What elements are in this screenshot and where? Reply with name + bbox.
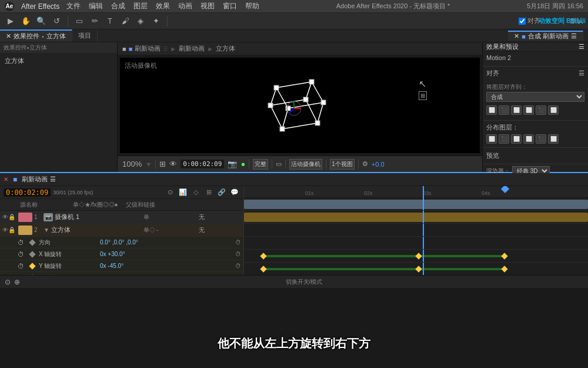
menu-view[interactable]: 视图 (201, 1, 215, 11)
menu-effects[interactable]: 效果 (156, 1, 170, 11)
status-btn2[interactable]: ⊕ (14, 278, 20, 286)
tl-prop-value-xrot[interactable]: 0x +30.0° (100, 251, 125, 257)
toolbar-puppet[interactable]: ✦ (150, 15, 162, 27)
tl-layer-camera[interactable]: 👁 🔒 1 📷 摄像机 1 单 无 (0, 211, 243, 224)
tl-col-headers: 源名称 单◇★/fx圈◎◎● 父级和链接 (0, 199, 243, 211)
tl-parent-cube[interactable]: 无 (196, 226, 243, 234)
tl-lock-cube[interactable]: 🔒 (8, 227, 16, 233)
menu-file[interactable]: 文件 (66, 1, 81, 11)
align-toggle[interactable]: 对齐 (519, 16, 540, 25)
tl-stopwatch-zrot[interactable]: ⏱ (235, 274, 241, 275)
toolbar-zoom[interactable]: 🔍 (35, 15, 47, 27)
tl-prop-value-orientation[interactable]: 0.0° ,0.0° ,0.0° (100, 239, 138, 246)
tl-zrot-kf2[interactable] (501, 266, 507, 272)
tl-bar-camera[interactable] (244, 200, 588, 209)
tl-kf-zrot[interactable] (28, 274, 36, 276)
tl-btn-graph[interactable]: 📊 (178, 187, 188, 198)
svg-line-1 (312, 82, 323, 102)
preview-button[interactable]: 预览 (486, 150, 584, 161)
right-panel-menu[interactable]: ☰ (579, 43, 584, 51)
timeline-tab[interactable]: 刷新动画 ☰ (22, 175, 56, 184)
tab-close-comp[interactable]: ✕ (514, 32, 519, 40)
tl-layer-cube[interactable]: 👁 🔒 2 ▼ 立方体 单◇ - 无 (0, 224, 243, 237)
preview-3d[interactable]: 👁 (169, 160, 177, 168)
toolbar-pen[interactable]: ✏ (89, 15, 101, 27)
ctrl-plus[interactable]: +0.0 (372, 161, 385, 168)
tl-kf-orientation[interactable] (28, 238, 36, 247)
align-left[interactable]: ⬜ (486, 105, 497, 115)
preview-grid[interactable]: ⊞ (159, 160, 166, 168)
dist-left[interactable]: ⬜ (486, 134, 497, 144)
tl-stopwatch-xrot[interactable]: ⏱ (235, 251, 241, 257)
toolbar-hand[interactable]: ✋ (20, 15, 32, 27)
tl-prop-value-zrot[interactable]: 0x -148.0° (100, 274, 127, 275)
toolbar-brush[interactable]: 🖌 (119, 15, 131, 27)
align-center-h[interactable]: ⬛ (499, 105, 509, 115)
tl-eye-cube[interactable]: 👁 (0, 227, 8, 233)
preview-zoom[interactable]: 100% (122, 160, 142, 168)
tab-effects-controls[interactable]: ✕ 效果控件 • 立方体 (0, 29, 72, 42)
tl-prop-value-yrot[interactable]: 0x -45.0° (100, 263, 123, 269)
toolbar-text[interactable]: T (104, 15, 116, 27)
toolbar-select[interactable]: ▶ (5, 15, 16, 27)
menu-animation[interactable]: 动画 (178, 1, 192, 11)
status-mode[interactable]: 切换开关/模式 (286, 279, 323, 285)
align-menu[interactable]: ☰ (579, 69, 584, 77)
tl-yrot-kf1[interactable] (260, 253, 267, 259)
tl-bar-cube[interactable] (244, 213, 588, 222)
tl-eye-camera[interactable]: 👁 (0, 214, 8, 220)
bilibili-logo: 动效空间 Bilibili (539, 16, 586, 25)
tab-project[interactable]: 项目 (72, 29, 98, 42)
dist-center-v[interactable]: ⬛ (536, 134, 546, 144)
align-checkbox[interactable] (519, 18, 526, 25)
tl-stopwatch-orientation[interactable]: ⏱ (235, 239, 241, 246)
tl-kf-xrot[interactable] (28, 250, 36, 258)
align-top[interactable]: ⬜ (523, 105, 534, 115)
tl-stopwatch-yrot[interactable]: ⏱ (235, 263, 241, 269)
status-btn1[interactable]: ⊙ (5, 278, 11, 286)
tl-yrot-kf-mid[interactable] (415, 253, 422, 259)
tl-parent-camera[interactable]: 无 (196, 213, 243, 221)
tl-btn-blend[interactable]: ⊞ (203, 187, 214, 198)
dist-right[interactable]: ⬜ (511, 134, 522, 144)
comp-panel: ■ ■ 刷新动画 ☰ ► 刷新动画 ► 立方体 活动摄像机 (118, 42, 482, 172)
ctrl-resolution[interactable]: ▭ (276, 160, 282, 168)
tl-btn-markers[interactable]: ◇ (191, 187, 201, 198)
layer-item-cube[interactable]: 立方体 (2, 55, 115, 67)
align-right[interactable]: ⬜ (511, 105, 522, 115)
ctrl-settings[interactable]: ⚙ (362, 160, 368, 168)
menu-comp[interactable]: 合成 (111, 1, 125, 11)
preview-color[interactable]: ● (240, 160, 245, 168)
tl-btn-comment[interactable]: 💬 (229, 187, 240, 198)
tl-lock-camera[interactable]: 🔒 (8, 214, 16, 220)
tl-btn-solo[interactable]: ⊙ (165, 187, 175, 198)
view-camera-select[interactable]: 活动摄像机 (289, 159, 322, 170)
tl-timecode[interactable]: 0:00:02:09 (4, 188, 51, 197)
menu-help[interactable]: 帮助 (245, 1, 259, 11)
tl-expand-cube[interactable]: ▼ (44, 227, 49, 233)
align-to-select[interactable]: 合成 (486, 92, 584, 102)
tl-zrot-kf1[interactable] (260, 266, 267, 272)
menu-window[interactable]: 窗口 (223, 1, 237, 11)
menu-layer[interactable]: 图层 (133, 1, 148, 11)
toolbar-stamp[interactable]: ◈ (135, 15, 146, 27)
tab-comp[interactable]: ✕ ■ 合成 刷新动画 ☰ (508, 31, 583, 41)
view-count-select[interactable]: 1个视图 (330, 159, 355, 170)
tl-kf-yrot[interactable] (28, 262, 36, 270)
tl-zrot-kf-mid[interactable] (415, 266, 422, 272)
tl-yrot-kf2[interactable] (501, 253, 507, 259)
menu-edit[interactable]: 编辑 (89, 1, 103, 11)
toolbar-rect[interactable]: ▭ (74, 15, 85, 27)
align-bottom[interactable]: ⬜ (548, 105, 559, 115)
dist-center-h[interactable]: ⬛ (499, 134, 509, 144)
toolbar-rotate[interactable]: ↺ (51, 15, 62, 27)
tl-btn-link[interactable]: 🔗 (216, 187, 227, 198)
tab-close-icon[interactable]: ✕ (6, 32, 11, 40)
dist-bottom[interactable]: ⬜ (548, 134, 559, 144)
quality-select[interactable]: 完整 (253, 159, 268, 170)
align-center-v[interactable]: ⬛ (536, 105, 546, 115)
preview-camera[interactable]: 📷 (228, 160, 237, 168)
timeline-close[interactable]: ✕ (4, 176, 8, 183)
dist-top[interactable]: ⬜ (523, 134, 534, 144)
tl-playhead-orient (423, 224, 424, 236)
